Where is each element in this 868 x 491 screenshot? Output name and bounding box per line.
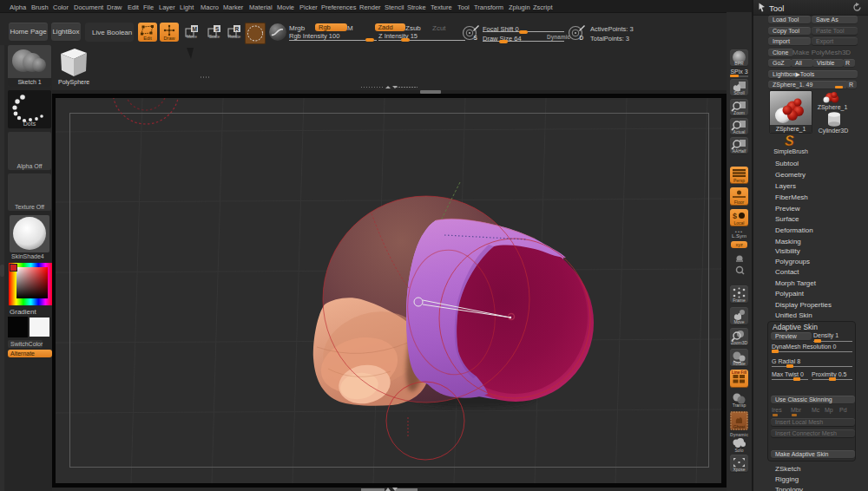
svg-text:S: S [474,35,478,41]
svg-text:S: S [785,134,794,148]
svg-text:D: D [580,35,584,41]
svg-text:S: S [215,26,220,32]
svg-text:$: $ [733,212,737,220]
svg-text:R: R [235,26,240,32]
svg-text:M: M [193,26,197,32]
